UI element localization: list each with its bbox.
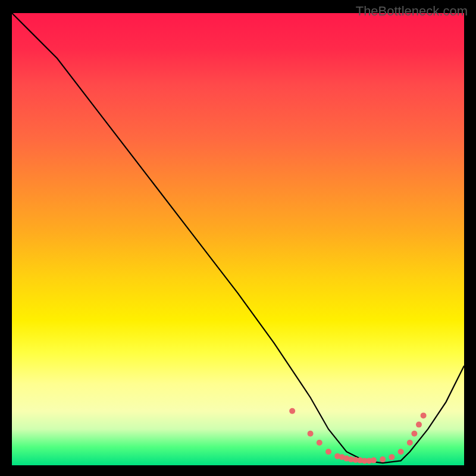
highlight-dot (325, 449, 331, 455)
chart-svg (12, 13, 464, 465)
highlight-dot (411, 431, 417, 437)
highlight-dot (371, 458, 377, 464)
highlight-dot (416, 422, 422, 428)
highlight-dot (308, 431, 314, 437)
highlight-dot (289, 408, 295, 414)
highlight-dot (380, 456, 386, 462)
highlight-dot (407, 440, 413, 446)
chart-plot-area (12, 13, 464, 465)
bottleneck-curve (12, 13, 464, 463)
highlight-dot (317, 440, 322, 446)
highlight-dot (398, 449, 404, 455)
highlight-dot (421, 412, 427, 418)
highlight-dot (389, 454, 394, 460)
watermark-text: TheBottleneck.com (356, 4, 468, 19)
